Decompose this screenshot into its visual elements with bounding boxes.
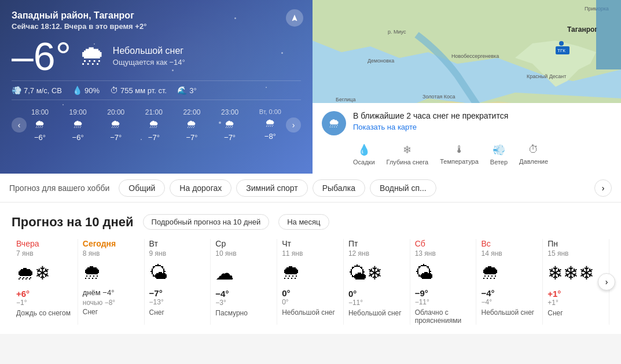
snow-notif-top: 🌨 В ближайшие 2 часа снег не прекратится… — [322, 111, 612, 135]
hobby-bar: Прогноз для вашего хобби ОбщийНа дорогах… — [0, 174, 621, 203]
hourly-time: 19:00 — [69, 108, 87, 116]
day-temp-high: −9° — [415, 288, 472, 298]
hourly-icon: 🌨 — [73, 119, 83, 131]
humidity-stat: 💧 90% — [72, 86, 100, 95]
day-desc: Пасмурно — [215, 309, 272, 317]
svg-text:р. Миус: р. Миус — [388, 29, 406, 35]
day-icon: 🌨 — [481, 262, 538, 284]
hobby-tabs: ОбщийНа дорогахЗимний спортРыбалкаВодный… — [119, 179, 436, 197]
day-temp-low: −3° — [215, 299, 272, 307]
hobby-tab-4[interactable]: Водный сп... — [370, 179, 436, 197]
day-icon: 🌨 — [83, 262, 139, 284]
forecast-section: Прогноз на 10 дней Подробный прогноз на … — [0, 203, 621, 334]
day-date: 11 янв — [282, 249, 339, 258]
notif-icon-item[interactable]: ⏱ Давление — [519, 144, 548, 166]
hourly-icon: 🌨 — [111, 119, 121, 131]
svg-text:Беглица: Беглица — [336, 97, 355, 102]
notif-icon-item[interactable]: 🌡 Температура — [440, 144, 479, 166]
hourly-prev-button[interactable]: ‹ — [12, 117, 27, 133]
wind-icon: 💨 — [12, 86, 21, 95]
forecast-title: Прогноз на 10 дней — [12, 215, 134, 230]
day-temp-low: 0° — [282, 298, 339, 306]
hourly-temp: −7° — [110, 133, 122, 142]
notif-icon-label: Осадки — [353, 159, 375, 166]
notif-icon-item[interactable]: ❄ Глубина снега — [387, 144, 429, 166]
day-icon: 🌤 — [415, 262, 472, 284]
hourly-time: Вт, 0:00 — [259, 108, 281, 115]
hourly-item: Вт, 0:00 🌨 −8° — [259, 108, 281, 142]
day-card-0[interactable]: Вчера 7 янв 🌧❄ +6° −1° Дождь со снегом — [12, 239, 78, 325]
current-temp: –6° — [12, 36, 71, 76]
day-icon: ☁ — [215, 262, 272, 284]
hourly-item: 18:00 🌨 −6° — [31, 108, 49, 142]
day-card-4[interactable]: Чт 11 янв 🌨 0° 0° Небольшой снег — [277, 239, 344, 325]
day-card-2[interactable]: Вт 9 янв 🌤 −7° −13° Снег — [145, 239, 211, 325]
snow-notification: 🌨 В ближайшие 2 часа снег не прекратится… — [313, 103, 621, 174]
day-cards-next-button[interactable]: › — [598, 273, 615, 291]
day-card-6[interactable]: Сб 13 янв 🌤 −9° −11° Облачно с прояснени… — [410, 239, 477, 325]
hobby-tab-0[interactable]: Общий — [119, 179, 165, 197]
day-temp-low: +1° — [547, 299, 604, 307]
day-icon: 🌤❄ — [348, 262, 405, 284]
detailed-forecast-btn[interactable]: Подробный прогноз на 10 дней — [143, 214, 270, 230]
hourly-icon: 🌨 — [186, 119, 197, 131]
day-temp-high: 0° — [348, 289, 405, 299]
day-temp-low: −1° — [16, 299, 73, 307]
hourly-next-button[interactable]: › — [286, 117, 301, 133]
day-desc: Дождь со снегом — [16, 309, 73, 317]
show-on-map-link[interactable]: Показать на карте — [353, 123, 612, 131]
day-date: 13 янв — [415, 249, 472, 258]
notif-icon-label: Температура — [440, 158, 479, 165]
hourly-icon: 🌨 — [265, 117, 275, 130]
monthly-forecast-btn[interactable]: На месяц — [278, 214, 329, 230]
notif-icon-symbol: ⏱ — [528, 144, 539, 156]
day-name: Ср — [215, 239, 272, 248]
day-name: Вт — [149, 239, 206, 248]
day-date: 10 янв — [215, 249, 272, 258]
snow-notif-text: В ближайшие 2 часа снег не прекратится П… — [353, 111, 612, 131]
svg-text:Демоновка: Демоновка — [368, 58, 394, 64]
day-temp-night: ночью −8° — [83, 298, 139, 307]
hourly-forecast-row: ‹ 18:00 🌨 −6° 19:00 🌨 −6° 20:00 🌨 −7° 21… — [12, 108, 301, 142]
hourly-time: 21:00 — [145, 108, 163, 116]
day-cards: Вчера 7 янв 🌧❄ +6° −1° Дождь со снегом С… — [12, 239, 609, 325]
hourly-time: 22:00 — [183, 108, 200, 116]
hourly-item: 19:00 🌨 −6° — [69, 108, 87, 142]
day-name: Вс — [481, 239, 538, 248]
svg-text:Красный Десант: Красный Десант — [527, 73, 566, 79]
hourly-item: 20:00 🌨 −7° — [107, 108, 124, 142]
wave-stat: 🌊 3° — [177, 86, 196, 95]
weather-icon-large: 🌨 — [79, 42, 105, 71]
day-temp-day: днём −4° — [83, 288, 139, 297]
weather-panel: Западный район, Таганрог Сейчас 18:12. В… — [0, 0, 313, 174]
day-card-1[interactable]: Сегодня 8 янв 🌨 днём −4° ночью −8° Снег — [78, 239, 145, 325]
svg-rect-16 — [596, 0, 621, 69]
hourly-temp: −8° — [264, 132, 276, 141]
location-title: Западный район, Таганрог — [12, 10, 301, 21]
day-temp-high: −4° — [215, 289, 272, 299]
notif-icon-item[interactable]: 💧 Осадки — [353, 144, 375, 166]
notif-icon-item[interactable]: 💨 Ветер — [490, 144, 508, 166]
hourly-temp: −7° — [148, 133, 160, 142]
hobby-tab-1[interactable]: На дорогах — [170, 179, 232, 197]
hobby-next-button[interactable]: › — [594, 179, 612, 197]
day-card-7[interactable]: Вс 14 янв 🌨 −4° −4° Небольшой снег — [476, 239, 543, 325]
notif-icon-label: Давление — [519, 158, 548, 165]
day-desc: Небольшой снег — [481, 308, 538, 317]
day-desc: Облачно с прояснениями — [415, 308, 472, 325]
wave-icon: 🌊 — [177, 86, 187, 95]
hobby-tab-2[interactable]: Зимний спорт — [236, 179, 307, 197]
day-temp-low: −13° — [149, 298, 206, 306]
day-card-5[interactable]: Пт 12 янв 🌤❄ 0° −11° Небольшой снег — [344, 239, 410, 325]
hourly-item: 21:00 🌨 −7° — [145, 108, 163, 142]
weather-stats: 💨 7,7 м/с, СВ 💧 90% ⏱ 755 мм рт. ст. 🌊 3… — [12, 80, 301, 100]
hourly-icon: 🌨 — [35, 119, 45, 131]
day-temp-high: +6° — [16, 289, 73, 299]
day-name: Вчера — [16, 239, 73, 248]
pressure-icon: ⏱ — [110, 86, 118, 95]
taganrog-label: Таганрог — [567, 25, 597, 34]
day-desc: Небольшой снег — [348, 309, 405, 317]
hobby-tab-3[interactable]: Рыбалка — [313, 179, 365, 197]
day-card-3[interactable]: Ср 10 янв ☁ −4° −3° Пасмурно — [211, 239, 277, 325]
pressure-stat: ⏱ 755 мм рт. ст. — [110, 86, 167, 95]
